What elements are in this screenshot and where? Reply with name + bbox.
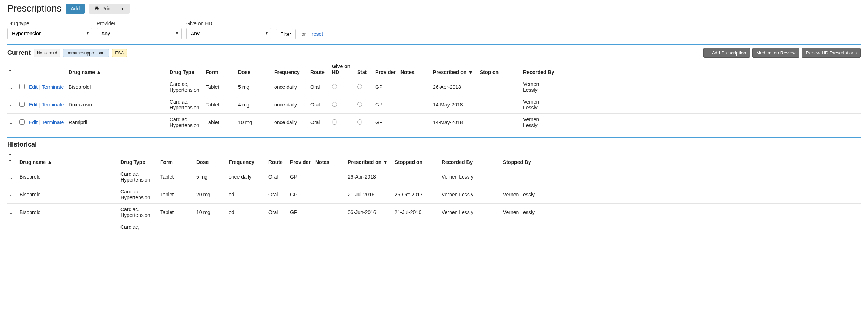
col-stop-on: Stop on — [478, 61, 521, 78]
col-form: Form — [203, 61, 236, 78]
cell-route: Oral — [308, 96, 330, 114]
cell-drug-name: Ramipril — [66, 114, 167, 131]
col-drug-name[interactable]: Drug name ▲ — [69, 69, 101, 75]
cell-stopped-on: 25-Oct-2017 — [393, 186, 439, 204]
edit-link[interactable]: Edit — [29, 119, 38, 125]
col-prescribed-on[interactable]: Prescribed on ▼ — [348, 159, 388, 165]
stat-radio[interactable] — [357, 84, 362, 89]
row-checkbox[interactable] — [19, 119, 25, 125]
section-divider — [7, 44, 861, 45]
add-prescription-button[interactable]: +Add Prescription — [703, 48, 750, 58]
cell-drug-type: Cardiac,Hypertension — [118, 186, 158, 204]
col-frequency: Frequency — [272, 61, 308, 78]
col-drug-name[interactable]: Drug name ▲ — [19, 159, 52, 165]
cell-dose: 4 mg — [236, 96, 272, 114]
col-route: Route — [308, 61, 330, 78]
table-row: ⌄Edit|TerminateDoxazosinCardiac,Hyperten… — [7, 96, 861, 114]
give-on-hd-radio[interactable] — [332, 102, 337, 107]
print-label: Print… — [101, 6, 117, 12]
col-notes: Notes — [398, 61, 431, 78]
drug-type-select[interactable]: Hypertension — [7, 28, 92, 39]
row-checkbox[interactable] — [19, 102, 25, 107]
terminate-link[interactable]: Terminate — [42, 84, 64, 90]
cell-dose: 10 mg — [236, 114, 272, 131]
chevron-down-icon[interactable]: ⌄ — [9, 120, 13, 125]
terminate-link[interactable]: Terminate — [42, 102, 64, 108]
row-checkbox[interactable] — [19, 84, 25, 89]
table-row: ⌄Edit|TerminateRamiprilCardiac,Hypertens… — [7, 114, 861, 131]
table-row: ⌄BisoprololCardiac,HypertensionTablet5 m… — [7, 168, 861, 186]
cell-prescribed-on: 06-Jun-2016 — [346, 204, 393, 221]
cell-form: Tablet — [158, 204, 194, 221]
chevron-down-icon[interactable]: ⌄ — [9, 175, 13, 180]
col-prescribed-on[interactable]: Prescribed on ▼ — [433, 69, 473, 75]
cell-prescribed-on: 21-Jul-2016 — [346, 186, 393, 204]
give-on-hd-label: Give on HD — [186, 21, 271, 26]
col-drug-type: Drug Type — [167, 61, 203, 78]
current-table: ˇˇ Drug name ▲ Drug Type Form Dose Frequ… — [7, 61, 861, 131]
cell-frequency: once daily — [227, 168, 266, 186]
cell-recorded-by: VernenLessly — [521, 78, 861, 96]
reset-link[interactable]: reset — [312, 31, 323, 37]
cell-recorded-by: Vernen Lessly — [439, 204, 501, 221]
medication-review-button[interactable]: Medication Review — [752, 48, 799, 58]
edit-link[interactable]: Edit — [29, 84, 38, 90]
expand-all-icon[interactable]: ˇˇ — [9, 154, 11, 165]
cell-provider: GP — [288, 168, 313, 186]
cell-drug-type: Cardiac, — [118, 221, 158, 233]
print-icon — [94, 6, 99, 11]
plus-icon: + — [707, 50, 710, 56]
table-row: ⌄Edit|TerminateBisoprololCardiac,Hyperte… — [7, 78, 861, 96]
filter-button[interactable]: Filter — [276, 29, 296, 39]
current-title: Current — [7, 49, 31, 57]
expand-all-icon[interactable]: ˇˇ — [9, 64, 11, 75]
chevron-down-icon[interactable]: ⌄ — [9, 103, 13, 108]
stat-radio[interactable] — [357, 119, 362, 125]
col-recorded-by: Recorded By — [521, 61, 861, 78]
add-button[interactable]: Add — [66, 4, 85, 14]
cell-frequency: once daily — [272, 114, 308, 131]
give-on-hd-select[interactable]: Any — [186, 28, 271, 39]
give-on-hd-radio[interactable] — [332, 84, 337, 89]
chevron-down-icon[interactable]: ⌄ — [9, 192, 13, 197]
col-recorded-by: Recorded By — [439, 151, 501, 168]
cell-provider: GP — [288, 204, 313, 221]
terminate-link[interactable]: Terminate — [42, 119, 64, 125]
cell-prescribed-on: 26-Apr-2018 — [431, 78, 478, 96]
provider-select[interactable]: Any — [97, 28, 182, 39]
cell-prescribed-on: 26-Apr-2018 — [346, 168, 393, 186]
chevron-down-icon[interactable]: ⌄ — [9, 210, 13, 215]
table-row: Cardiac, — [7, 221, 861, 233]
pill-immunosuppressant[interactable]: Immunosuppressant — [63, 49, 109, 57]
cell-form: Tablet — [158, 186, 194, 204]
chevron-down-icon[interactable]: ⌄ — [9, 85, 13, 90]
renew-hd-button[interactable]: Renew HD Prescriptions — [802, 48, 861, 58]
table-row: ⌄BisoprololCardiac,HypertensionTablet10 … — [7, 204, 861, 221]
cell-route: Oral — [266, 186, 288, 204]
table-row: ⌄BisoprololCardiac,HypertensionTablet20 … — [7, 186, 861, 204]
give-on-hd-radio[interactable] — [332, 119, 337, 125]
print-button[interactable]: Print… ▼ — [89, 4, 130, 14]
cell-stopped-on: 21-Jul-2016 — [393, 204, 439, 221]
cell-recorded-by: VernenLessly — [521, 114, 861, 131]
pill-esa[interactable]: ESA — [112, 49, 127, 57]
cell-stopped-on — [393, 168, 439, 186]
historical-table: ˇˇ Drug name ▲ Drug Type Form Dose Frequ… — [7, 151, 861, 233]
col-form: Form — [158, 151, 194, 168]
cell-route: Oral — [308, 114, 330, 131]
stat-radio[interactable] — [357, 102, 362, 107]
col-frequency: Frequency — [227, 151, 266, 168]
cell-provider: GP — [373, 78, 398, 96]
cell-dose: 5 mg — [194, 168, 227, 186]
cell-form: Tablet — [158, 168, 194, 186]
cell-drug-name: Bisoprolol — [17, 168, 118, 186]
col-notes: Notes — [313, 151, 346, 168]
cell-recorded-by: VernenLessly — [521, 96, 861, 114]
cell-prescribed-on: 14-May-2018 — [431, 114, 478, 131]
pill-non-dmd[interactable]: Non-dm+d — [34, 49, 60, 57]
cell-stop-on — [478, 114, 521, 131]
cell-route: Oral — [266, 168, 288, 186]
cell-provider: GP — [373, 96, 398, 114]
cell-frequency: once daily — [272, 78, 308, 96]
edit-link[interactable]: Edit — [29, 102, 38, 108]
